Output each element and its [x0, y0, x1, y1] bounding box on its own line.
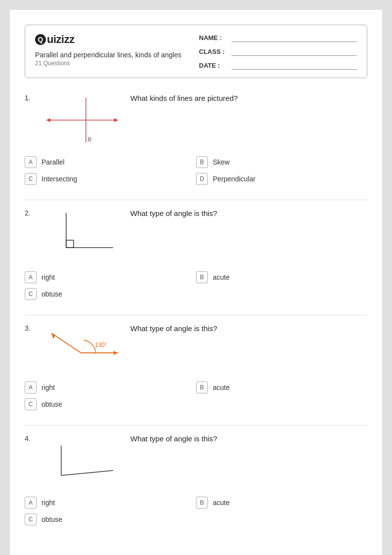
- svg-marker-2: [114, 118, 118, 122]
- option-2a-text: right: [41, 273, 55, 281]
- option-3b-text: acute: [213, 384, 230, 391]
- class-line: [232, 47, 357, 56]
- option-3a-letter: A: [25, 382, 37, 393]
- header-card: Q uizizz Parallel and perpendicular line…: [25, 25, 367, 78]
- option-4c-letter: C: [25, 513, 37, 525]
- option-4b-text: acute: [213, 499, 230, 507]
- option-4c-text: obtuse: [41, 515, 62, 523]
- option-1a-text: Parallel: [41, 158, 65, 166]
- option-1c: C Intersecting: [25, 173, 196, 185]
- svg-text:B: B: [88, 136, 91, 142]
- right-angle-svg: [41, 208, 116, 262]
- logo-text: uizizz: [47, 33, 75, 46]
- option-2a: A right: [25, 271, 196, 283]
- svg-line-8: [51, 333, 81, 353]
- question-2-image: [41, 208, 125, 262]
- logo-q-icon: Q: [35, 34, 46, 45]
- name-field-row: NAME :: [199, 33, 357, 42]
- option-3c: C obtuse: [25, 398, 196, 410]
- date-label: DATE :: [199, 62, 229, 69]
- acute-angle-svg: [41, 433, 116, 488]
- option-2c-text: obtuse: [41, 290, 62, 298]
- option-3a-text: right: [41, 384, 55, 391]
- svg-marker-10: [114, 351, 118, 355]
- question-2: 2. What type of angle is this? A right: [25, 208, 367, 300]
- option-1a: A Parallel: [25, 156, 196, 168]
- quiz-title: Parallel and perpendicular lines, kinds …: [35, 51, 182, 59]
- question-1-header: 1. B What kinds of lines are pictured?: [25, 93, 367, 147]
- perpendicular-cross-svg: B: [41, 93, 123, 147]
- svg-text:130°: 130°: [95, 342, 107, 348]
- option-2c-letter: C: [25, 288, 37, 300]
- option-3c-text: obtuse: [41, 400, 62, 408]
- question-3-text: What type of angle is this?: [130, 323, 367, 333]
- option-1a-letter: A: [25, 156, 37, 168]
- name-line: [232, 33, 357, 42]
- option-2a-letter: A: [25, 271, 37, 283]
- question-3: 3. 130° What type of a: [25, 323, 367, 410]
- svg-line-14: [61, 470, 113, 475]
- option-2b: B acute: [196, 271, 367, 283]
- option-1b: B Skew: [196, 156, 367, 168]
- option-4a-text: right: [41, 499, 55, 507]
- question-2-options: A right B acute C obtuse: [25, 271, 367, 300]
- question-4-image: [41, 433, 125, 488]
- question-4-options: A right B acute C obtuse: [25, 497, 367, 525]
- quiz-count: 21 Questions: [35, 60, 182, 67]
- option-4a: A right: [25, 497, 196, 509]
- option-3a: A right: [25, 382, 196, 393]
- option-3b: B acute: [196, 382, 367, 393]
- question-2-text: What type of angle is this?: [130, 208, 367, 217]
- option-1b-text: Skew: [213, 158, 230, 166]
- question-3-number: 3.: [25, 324, 37, 332]
- page: Q uizizz Parallel and perpendicular line…: [10, 10, 382, 555]
- option-2c: C obtuse: [25, 288, 196, 300]
- header-right: NAME : CLASS : DATE :: [199, 33, 357, 70]
- svg-rect-7: [66, 240, 74, 248]
- name-label: NAME :: [199, 34, 229, 42]
- option-4b-letter: B: [196, 497, 208, 509]
- option-4a-letter: A: [25, 497, 37, 509]
- option-1b-letter: B: [196, 156, 208, 168]
- option-3c-letter: C: [25, 398, 37, 410]
- option-1c-letter: C: [25, 173, 37, 185]
- question-1-number: 1.: [25, 94, 37, 102]
- question-4-text: What type of angle is this?: [130, 433, 367, 443]
- question-1-options: A Parallel B Skew C Intersecting D Perpe…: [25, 156, 367, 185]
- obtuse-angle-svg: 130°: [41, 323, 123, 373]
- question-1: 1. B What kinds of lines are pictured?: [25, 93, 367, 185]
- date-line: [232, 61, 357, 70]
- date-field-row: DATE :: [199, 61, 357, 70]
- header-left: Q uizizz Parallel and perpendicular line…: [35, 33, 182, 67]
- question-2-number: 2.: [25, 209, 37, 217]
- svg-marker-1: [46, 118, 50, 122]
- option-1d: D Perpendicular: [196, 173, 367, 185]
- option-2b-text: acute: [213, 273, 230, 281]
- question-4-header: 4. What type of angle is this?: [25, 433, 367, 488]
- class-field-row: CLASS :: [199, 47, 357, 56]
- question-1-text: What kinds of lines are pictured?: [130, 93, 367, 102]
- class-label: CLASS :: [199, 48, 229, 55]
- question-3-options: A right B acute C obtuse: [25, 382, 367, 410]
- question-4: 4. What type of angle is this? A right B…: [25, 433, 367, 525]
- option-1c-text: Intersecting: [41, 175, 77, 183]
- question-4-number: 4.: [25, 434, 37, 442]
- option-1d-letter: D: [196, 173, 208, 185]
- question-3-image: 130°: [41, 323, 125, 373]
- option-4b: B acute: [196, 497, 367, 509]
- question-2-header: 2. What type of angle is this?: [25, 208, 367, 262]
- option-4c: C obtuse: [25, 513, 196, 525]
- question-1-image: B: [41, 93, 125, 147]
- option-3b-letter: B: [196, 382, 208, 393]
- question-3-header: 3. 130° What type of a: [25, 323, 367, 373]
- option-1d-text: Perpendicular: [213, 175, 255, 183]
- logo: Q uizizz: [35, 33, 182, 46]
- option-2b-letter: B: [196, 271, 208, 283]
